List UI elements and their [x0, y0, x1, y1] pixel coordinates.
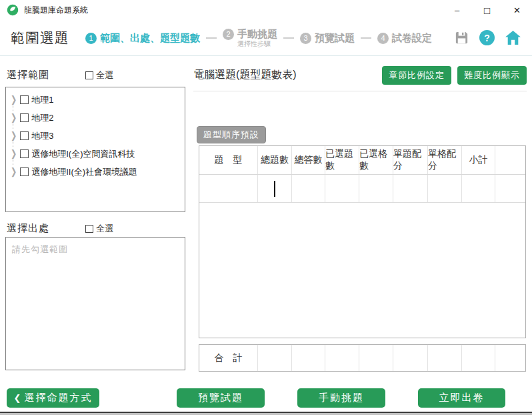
chevron-right-icon[interactable]: ❯ [11, 94, 17, 105]
col-header-points-per-cell: 單格配分 [428, 146, 462, 174]
col-header-total-questions: 總題數 [258, 146, 292, 174]
save-icon[interactable] [454, 30, 469, 45]
step-separator [206, 37, 217, 39]
source-select-all-checkbox[interactable] [85, 225, 93, 233]
step-3[interactable]: 3 預覽試題 [300, 32, 355, 44]
source-placeholder-text: 請先勾選範圍 [12, 244, 68, 254]
chevron-right-icon[interactable]: ❯ [11, 112, 17, 123]
row-cell-points-per-cell[interactable] [428, 175, 462, 202]
step-3-label: 預覽試題 [315, 32, 355, 44]
step-1-label: 範圍、出處、題型題數 [100, 32, 200, 44]
step-3-badge: 3 [300, 33, 311, 44]
range-section-title: 選擇範圍 [7, 69, 49, 81]
range-section-header: 選擇範圍 全選 [7, 69, 113, 81]
range-select-all[interactable]: 全選 [85, 69, 113, 81]
row-cell-total-answers[interactable] [292, 175, 325, 202]
help-icon[interactable]: ? [479, 30, 495, 45]
source-select-all[interactable]: 全選 [85, 223, 113, 235]
col-header-points-per-question: 單題配分 [393, 146, 428, 174]
tree-item-geo2[interactable]: ❯ 地理2 [6, 109, 185, 127]
generate-paper-label: 立即出卷 [439, 392, 485, 404]
preview-questions-button[interactable]: 預覽試題 [177, 388, 265, 408]
range-select-all-checkbox[interactable] [85, 71, 93, 79]
row-cell-points-per-question[interactable] [393, 175, 428, 202]
col-header-subtotal: 小計 [462, 146, 495, 174]
row-cell-selected-cells[interactable] [359, 175, 393, 202]
source-section-header: 選擇出處 全選 [7, 222, 113, 235]
step-separator [283, 37, 294, 39]
close-button[interactable]: ✕ [502, 0, 532, 20]
col-header-type: 題 型 [199, 146, 258, 174]
row-cell-type[interactable] [199, 175, 258, 202]
chevron-right-icon[interactable]: ❯ [11, 166, 17, 177]
col-header-total-answers: 總答數 [292, 146, 325, 174]
source-select-all-label: 全選 [96, 223, 113, 235]
tree-item-checkbox[interactable] [20, 95, 29, 104]
tree-item-label: 選修地理II(全)社會環境議題 [31, 166, 137, 178]
app-title: 龍騰題庫命題系統 [24, 5, 88, 16]
source-section-title: 選擇出處 [7, 222, 49, 235]
total-cell [292, 345, 325, 371]
total-label: 合 計 [199, 345, 258, 371]
tree-item-label: 地理3 [31, 130, 53, 142]
step-2-label: 手動挑題 [237, 28, 277, 40]
title-bar: 龍騰題庫命題系統 – □ ✕ [0, 0, 532, 20]
chapter-ratio-button[interactable]: 章節比例設定 [382, 66, 451, 85]
tree-item-label: 選修地理I(全)空間資訊科技 [31, 148, 135, 160]
row-cell-subtotal[interactable] [462, 175, 495, 202]
difficulty-ratio-button[interactable]: 難度比例顯示 [457, 66, 527, 85]
step-2[interactable]: 2 手動挑題 選擇性步驟 [223, 28, 277, 48]
row-cell-extra[interactable] [495, 175, 525, 202]
tree-item-checkbox[interactable] [20, 167, 29, 176]
col-header-selected-questions: 已選題數 [325, 146, 359, 174]
total-cell [359, 345, 393, 371]
tree-item-checkbox[interactable] [20, 131, 29, 140]
tree-item-geo3[interactable]: ❯ 地理3 [6, 127, 185, 145]
col-header-selected-cells: 已選格數 [359, 146, 393, 174]
tree-item-geo1[interactable]: ❯ 地理1 [6, 91, 185, 109]
toolbar: 範圍選題 1 範圍、出處、題型題數 2 手動挑題 選擇性步驟 3 預覽試題 4 [0, 20, 532, 56]
text-cursor [274, 181, 275, 197]
back-to-mode-label: 選擇命題方式 [24, 392, 92, 404]
minimize-button[interactable]: – [442, 0, 472, 20]
question-type-table: 題 型 總題數 總答數 已選題數 已選格數 單題配分 單格配分 小計 [199, 145, 526, 338]
range-select-all-label: 全選 [96, 69, 113, 81]
table-header-row: 題 型 總題數 總答數 已選題數 已選格數 單題配分 單格配分 小計 [199, 146, 525, 175]
chevron-right-icon[interactable]: ❯ [11, 148, 17, 159]
page-title: 範圍選題 [11, 29, 69, 47]
total-cell [428, 345, 462, 371]
tree-item-elective2[interactable]: ❯ 選修地理II(全)社會環境議題 [6, 163, 185, 181]
step-2-badge: 2 [223, 29, 234, 40]
tree-item-label: 地理1 [31, 94, 53, 106]
chevron-left-icon: ❮ [14, 393, 21, 403]
toolbar-icons: ? [454, 30, 521, 45]
total-row: 合 計 [199, 344, 526, 372]
step-4-badge: 4 [377, 33, 389, 44]
window-controls: – □ ✕ [442, 0, 532, 20]
tree-item-label: 地理2 [31, 112, 53, 124]
home-icon[interactable] [505, 30, 521, 45]
step-1[interactable]: 1 範圍、出處、題型題數 [85, 32, 200, 44]
col-header-extra [495, 146, 525, 174]
section-divider [193, 91, 527, 91]
tree-item-elective1[interactable]: ❯ 選修地理I(全)空間資訊科技 [6, 145, 185, 163]
back-to-mode-button[interactable]: ❮ 選擇命題方式 [7, 388, 99, 408]
table-row[interactable] [199, 175, 525, 203]
tree-item-checkbox[interactable] [20, 113, 29, 122]
tree-item-checkbox[interactable] [20, 149, 29, 158]
chevron-right-icon[interactable]: ❯ [11, 130, 17, 141]
total-cell [325, 345, 359, 371]
total-cell [393, 345, 428, 371]
step-separator [361, 37, 371, 39]
computer-selection-title: 電腦選題(題型題數表) [193, 68, 297, 82]
maximize-button[interactable]: □ [472, 0, 502, 20]
row-cell-total-questions[interactable] [258, 175, 292, 202]
source-list-box[interactable]: 請先勾選範圍 [5, 237, 185, 370]
row-cell-selected-questions[interactable] [325, 175, 359, 202]
generate-paper-button[interactable]: 立即出卷 [418, 388, 505, 408]
manual-pick-button[interactable]: 手動挑題 [297, 388, 385, 408]
computer-selection-header: 電腦選題(題型題數表) 章節比例設定 難度比例顯示 [193, 65, 527, 85]
step-4[interactable]: 4 試卷設定 [377, 32, 432, 44]
app-logo-icon [7, 4, 19, 16]
type-order-default-button[interactable]: 題型順序預設 [197, 126, 266, 143]
